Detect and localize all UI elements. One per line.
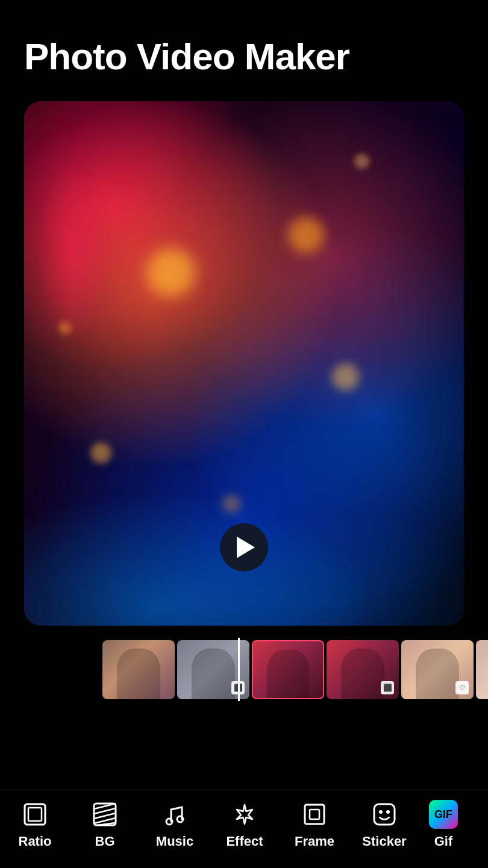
play-icon [237, 536, 255, 558]
toolbar-item-music[interactable]: Music [140, 800, 210, 849]
toolbar-item-effect[interactable]: Effect [210, 800, 280, 849]
ratio-icon [20, 800, 49, 829]
toolbar-item-bg[interactable]: BG [70, 800, 140, 849]
bokeh-light-1 [147, 248, 195, 297]
video-preview [24, 101, 464, 626]
gif-label: Gif [434, 834, 453, 849]
thumb-icon-5: ♡ [455, 681, 469, 694]
header: Photo Video Maker [0, 0, 488, 89]
frame-label: Frame [295, 834, 334, 849]
effect-label: Effect [226, 834, 263, 849]
toolbar-item-frame[interactable]: Frame [280, 800, 349, 849]
music-label: Music [156, 834, 193, 849]
bg-label: BG [95, 834, 115, 849]
svg-point-13 [379, 810, 383, 814]
bokeh-light-3 [332, 363, 359, 391]
svg-line-4 [94, 808, 116, 814]
music-icon [160, 800, 189, 829]
sticker-label: Sticker [362, 834, 406, 849]
thumb-person-1 [117, 649, 160, 699]
neon-red-overlay [36, 162, 108, 342]
svg-rect-11 [310, 810, 319, 819]
gif-icon: GIF [429, 800, 458, 829]
effect-icon [230, 800, 259, 829]
thumbnail-6[interactable] [476, 640, 488, 699]
sticker-icon [370, 800, 399, 829]
svg-line-5 [94, 813, 116, 819]
thumb-person-4 [341, 649, 384, 699]
app-title: Photo Video Maker [24, 36, 464, 77]
thumb-person-2 [192, 649, 235, 699]
thumb-person-5 [416, 649, 459, 699]
thumbnail-3[interactable] [252, 640, 324, 699]
bg-icon [90, 800, 119, 829]
svg-point-8 [166, 819, 172, 825]
thumb-person-3 [267, 650, 309, 698]
thumb-icon-4: ⬛ [381, 681, 394, 694]
thumbnail-1[interactable] [102, 640, 175, 699]
timeline-indicator [238, 638, 240, 701]
thumbnail-5[interactable]: ♡ [401, 640, 474, 699]
svg-rect-10 [305, 805, 324, 824]
bottom-toolbar: Ratio BG Music [0, 790, 488, 868]
play-button[interactable] [220, 523, 268, 571]
svg-rect-1 [28, 808, 42, 821]
frame-icon [300, 800, 329, 829]
thumbnail-4[interactable]: ⬛ [327, 640, 399, 699]
svg-point-14 [386, 810, 390, 814]
thumbnail-strip: ⬛ ⬛ ♡ [0, 638, 488, 701]
toolbar-item-sticker[interactable]: Sticker [349, 800, 419, 849]
svg-point-9 [177, 816, 183, 822]
toolbar-item-ratio[interactable]: Ratio [0, 800, 70, 849]
ratio-label: Ratio [19, 834, 52, 849]
bokeh-light-6 [354, 154, 369, 169]
toolbar-item-gif[interactable]: GIF Gif [419, 800, 468, 849]
svg-rect-12 [374, 804, 395, 825]
bokeh-light-2 [288, 217, 324, 253]
